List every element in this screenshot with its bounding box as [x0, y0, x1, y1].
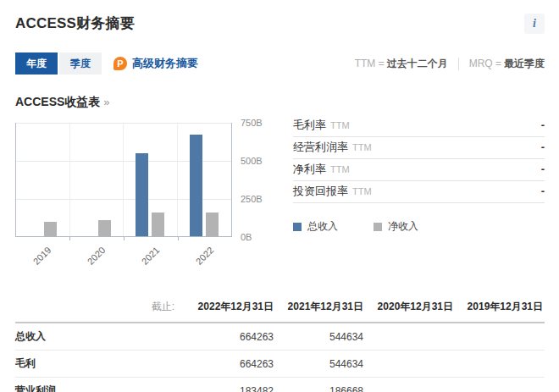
advanced-financials-link[interactable]: P 高级财务摘要: [113, 56, 198, 71]
ratio-label: 净利率: [293, 162, 326, 177]
page: ACCESS财务摘要 i 年度 季度 P 高级财务摘要 TTM =过去十二个月 …: [0, 0, 559, 392]
table-row: 毛利 664263 544634: [15, 351, 545, 378]
bar-净收入-2022: [206, 213, 219, 236]
x-axis-tick: [69, 237, 70, 240]
abbreviation-notes: TTM =过去十二个月 MRQ =最近季度: [355, 57, 545, 71]
y-axis-label: 0B: [241, 232, 252, 242]
x-axis-tick: [178, 237, 179, 240]
legend-item-总收入: 总收入: [293, 219, 338, 234]
income-statement-heading-link[interactable]: ACCESS收益表 »: [15, 95, 545, 110]
cell: 544634: [275, 351, 365, 378]
x-axis-label: 2020: [75, 245, 107, 277]
ratio-row-operating-margin: 经营利润率 TTM -: [293, 137, 545, 159]
row-label: 毛利: [15, 351, 185, 378]
premium-badge-icon: P: [113, 57, 127, 70]
ratio-suffix: TTM: [352, 142, 372, 152]
ratio-value: -: [541, 185, 545, 197]
column-header: 2021年12月31日: [275, 295, 365, 323]
cell: [365, 323, 455, 351]
bar-group-2021: [124, 123, 178, 236]
ratio-label: 毛利率: [293, 118, 326, 133]
ratio-suffix: TTM: [330, 120, 350, 130]
bar-group-2019: [16, 123, 70, 236]
info-button[interactable]: i: [524, 14, 545, 34]
ratio-row-roi: 投资回报率 TTM -: [293, 181, 545, 203]
ratio-value: -: [541, 119, 545, 131]
ratio-suffix: TTM: [352, 186, 372, 196]
column-header: 2019年12月31日: [455, 295, 545, 323]
content-row: 750B500B250B0B 2019202020212022 毛利率 TTM …: [15, 123, 545, 272]
y-axis-label: 750B: [241, 118, 263, 128]
bar-净收入-2019: [44, 222, 57, 236]
cell: 186668: [275, 378, 365, 392]
y-axis-label: 250B: [241, 194, 263, 204]
x-axis-tick: [124, 237, 125, 240]
legend-label: 总收入: [307, 219, 338, 234]
table-header-row: 截止: 2022年12月31日 2021年12月31日 2020年12月31日 …: [15, 295, 545, 323]
bar-group-2020: [70, 123, 125, 236]
bar-总收入-2021: [136, 153, 148, 236]
table-row: 营业利润 183482 186668: [15, 378, 545, 392]
legend-label: 净收入: [388, 219, 418, 234]
ratio-row-gross-margin: 毛利率 TTM -: [293, 115, 545, 137]
legend-item-净收入: 净收入: [374, 219, 418, 234]
note-divider: [458, 58, 459, 70]
column-header: 2020年12月31日: [365, 295, 455, 323]
chart-plot: [15, 123, 232, 237]
cell: 544634: [275, 323, 365, 351]
ratio-value: -: [541, 141, 545, 153]
cell: [365, 378, 455, 392]
revenue-chart: 750B500B250B0B 2019202020212022: [15, 123, 282, 272]
ratio-label: 经营利润率: [293, 140, 348, 155]
ratio-value: -: [541, 163, 545, 175]
ratio-row-net-margin: 净利率 TTM -: [293, 159, 545, 181]
x-axis-label: 2021: [129, 245, 161, 277]
tab-quarterly[interactable]: 季度: [59, 52, 102, 75]
cell: [455, 351, 545, 378]
cell: 183482: [185, 378, 275, 392]
row-label: 总收入: [15, 323, 185, 351]
ratios-panel: 毛利率 TTM - 经营利润率 TTM - 净利率 TTM - 投资回报率 TT…: [293, 115, 545, 272]
cell: [455, 378, 545, 392]
bar-总收入-2022: [190, 135, 202, 236]
ratio-label: 投资回报率: [293, 184, 348, 199]
ttm-note: TTM =过去十二个月: [355, 57, 448, 71]
toolbar: 年度 季度 P 高级财务摘要 TTM =过去十二个月 MRQ =最近季度: [15, 52, 545, 75]
chart-legend: 总收入净收入: [293, 219, 545, 234]
info-icon: i: [533, 17, 536, 30]
cell: 664263: [185, 323, 275, 351]
mrq-note: MRQ =最近季度: [469, 57, 545, 71]
x-axis-label: 2019: [20, 245, 53, 277]
bar-净收入-2021: [152, 213, 164, 236]
row-label: 营业利润: [15, 378, 185, 392]
chevron-right-icon: »: [103, 96, 109, 108]
legend-swatch-icon: [374, 223, 382, 231]
cell: [455, 323, 545, 351]
x-axis-label: 2022: [183, 245, 215, 277]
bar-净收入-2020: [98, 220, 111, 236]
column-header: 2022年12月31日: [185, 295, 275, 323]
cell: [365, 351, 455, 378]
tab-annual[interactable]: 年度: [15, 52, 58, 75]
y-axis-label: 500B: [241, 156, 263, 166]
page-title: ACCESS财务摘要: [15, 14, 135, 33]
advanced-financials-label: 高级财务摘要: [132, 56, 198, 71]
legend-swatch-icon: [293, 223, 302, 231]
as-of-label: 截止:: [15, 295, 185, 323]
financials-table: 截止: 2022年12月31日 2021年12月31日 2020年12月31日 …: [15, 295, 545, 392]
cell: 664263: [185, 351, 275, 378]
table-row: 总收入 664263 544634: [15, 323, 545, 351]
bar-group-2022: [178, 123, 232, 236]
ratio-suffix: TTM: [330, 164, 350, 174]
header: ACCESS财务摘要 i: [15, 14, 545, 34]
section-title: ACCESS收益表: [15, 95, 100, 108]
